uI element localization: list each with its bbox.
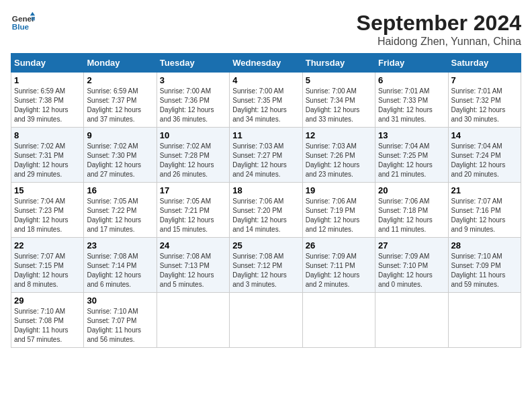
page-header: General Blue September 2024 Haidong Zhen… xyxy=(11,11,521,48)
day-info: Sunrise: 7:02 AMSunset: 7:30 PMDaylight:… xyxy=(87,142,153,179)
day-number: 2 xyxy=(87,75,153,85)
svg-text:Blue: Blue xyxy=(12,22,30,31)
day-number: 18 xyxy=(232,185,299,195)
calendar-cell: 12Sunrise: 7:03 AMSunset: 7:26 PMDayligh… xyxy=(302,128,375,183)
day-info: Sunrise: 7:06 AMSunset: 7:19 PMDaylight:… xyxy=(306,197,372,234)
weekday-header: Monday xyxy=(84,54,157,73)
calendar-cell: 14Sunrise: 7:04 AMSunset: 7:24 PMDayligh… xyxy=(448,128,521,183)
day-number: 23 xyxy=(87,240,153,250)
day-number: 15 xyxy=(14,185,81,195)
day-info: Sunrise: 7:04 AMSunset: 7:24 PMDaylight:… xyxy=(451,142,518,179)
day-info: Sunrise: 7:06 AMSunset: 7:18 PMDaylight:… xyxy=(378,197,445,234)
calendar-cell: 29Sunrise: 7:10 AMSunset: 7:08 PMDayligh… xyxy=(11,293,84,348)
day-info: Sunrise: 6:59 AMSunset: 7:38 PMDaylight:… xyxy=(14,87,81,124)
day-number: 6 xyxy=(378,75,445,85)
weekday-header-row: SundayMondayTuesdayWednesdayThursdayFrid… xyxy=(11,54,521,73)
calendar-cell: 5Sunrise: 7:00 AMSunset: 7:34 PMDaylight… xyxy=(302,73,375,128)
title-section: September 2024 Haidong Zhen, Yunnan, Chi… xyxy=(357,11,521,48)
calendar-cell: 13Sunrise: 7:04 AMSunset: 7:25 PMDayligh… xyxy=(375,128,448,183)
day-number: 21 xyxy=(451,185,518,195)
day-number: 17 xyxy=(160,185,226,195)
calendar-cell: 1Sunrise: 6:59 AMSunset: 7:38 PMDaylight… xyxy=(11,73,84,128)
calendar-cell: 17Sunrise: 7:05 AMSunset: 7:21 PMDayligh… xyxy=(157,183,229,238)
calendar-cell: 2Sunrise: 6:59 AMSunset: 7:37 PMDaylight… xyxy=(84,73,157,128)
calendar-cell xyxy=(230,293,302,348)
calendar-cell: 23Sunrise: 7:08 AMSunset: 7:14 PMDayligh… xyxy=(84,238,157,293)
day-number: 5 xyxy=(306,75,372,85)
logo: General Blue xyxy=(11,11,35,35)
day-number: 29 xyxy=(14,295,81,306)
day-info: Sunrise: 7:08 AMSunset: 7:14 PMDaylight:… xyxy=(87,252,153,289)
calendar-cell: 3Sunrise: 7:00 AMSunset: 7:36 PMDaylight… xyxy=(157,73,229,128)
day-info: Sunrise: 7:05 AMSunset: 7:22 PMDaylight:… xyxy=(87,197,153,234)
calendar-cell: 4Sunrise: 7:00 AMSunset: 7:35 PMDaylight… xyxy=(230,73,302,128)
day-info: Sunrise: 7:08 AMSunset: 7:13 PMDaylight:… xyxy=(160,252,226,289)
day-number: 8 xyxy=(14,130,81,140)
svg-marker-3 xyxy=(32,17,35,20)
calendar-cell xyxy=(375,293,448,348)
day-number: 19 xyxy=(306,185,372,195)
calendar-cell: 19Sunrise: 7:06 AMSunset: 7:19 PMDayligh… xyxy=(302,183,375,238)
calendar-cell: 10Sunrise: 7:02 AMSunset: 7:28 PMDayligh… xyxy=(157,128,229,183)
day-number: 13 xyxy=(378,130,445,140)
day-number: 24 xyxy=(160,240,226,250)
day-info: Sunrise: 7:10 AMSunset: 7:08 PMDaylight:… xyxy=(14,307,81,345)
location: Haidong Zhen, Yunnan, China xyxy=(357,36,521,48)
day-number: 16 xyxy=(87,185,153,195)
day-info: Sunrise: 7:01 AMSunset: 7:32 PMDaylight:… xyxy=(451,87,518,124)
month-title: September 2024 xyxy=(357,11,521,36)
day-info: Sunrise: 7:02 AMSunset: 7:31 PMDaylight:… xyxy=(14,142,81,179)
day-info: Sunrise: 7:08 AMSunset: 7:12 PMDaylight:… xyxy=(232,252,299,289)
weekday-header: Wednesday xyxy=(230,54,302,73)
calendar-table: SundayMondayTuesdayWednesdayThursdayFrid… xyxy=(11,53,521,348)
calendar-cell: 28Sunrise: 7:10 AMSunset: 7:09 PMDayligh… xyxy=(448,238,521,293)
day-number: 4 xyxy=(232,75,299,85)
day-number: 12 xyxy=(306,130,372,140)
day-info: Sunrise: 7:02 AMSunset: 7:28 PMDaylight:… xyxy=(160,142,226,179)
day-info: Sunrise: 7:00 AMSunset: 7:36 PMDaylight:… xyxy=(160,87,226,124)
day-number: 11 xyxy=(232,130,299,140)
calendar-cell: 18Sunrise: 7:06 AMSunset: 7:20 PMDayligh… xyxy=(230,183,302,238)
day-number: 1 xyxy=(14,75,81,85)
day-info: Sunrise: 7:00 AMSunset: 7:34 PMDaylight:… xyxy=(306,87,372,124)
day-info: Sunrise: 7:04 AMSunset: 7:25 PMDaylight:… xyxy=(378,142,445,179)
day-info: Sunrise: 7:03 AMSunset: 7:26 PMDaylight:… xyxy=(306,142,372,179)
day-number: 26 xyxy=(306,240,372,250)
day-number: 30 xyxy=(87,295,153,306)
calendar-cell: 8Sunrise: 7:02 AMSunset: 7:31 PMDaylight… xyxy=(11,128,84,183)
day-number: 14 xyxy=(451,130,518,140)
day-info: Sunrise: 7:09 AMSunset: 7:11 PMDaylight:… xyxy=(306,252,372,289)
day-number: 7 xyxy=(451,75,518,85)
weekday-header: Sunday xyxy=(11,54,84,73)
day-number: 25 xyxy=(232,240,299,250)
day-info: Sunrise: 7:06 AMSunset: 7:20 PMDaylight:… xyxy=(232,197,299,234)
day-number: 22 xyxy=(14,240,81,250)
calendar-cell xyxy=(157,293,229,348)
day-info: Sunrise: 7:04 AMSunset: 7:23 PMDaylight:… xyxy=(14,197,81,234)
calendar-cell: 25Sunrise: 7:08 AMSunset: 7:12 PMDayligh… xyxy=(230,238,302,293)
day-number: 28 xyxy=(451,240,518,250)
day-info: Sunrise: 7:00 AMSunset: 7:35 PMDaylight:… xyxy=(232,87,299,124)
calendar-cell: 11Sunrise: 7:03 AMSunset: 7:27 PMDayligh… xyxy=(230,128,302,183)
day-info: Sunrise: 7:03 AMSunset: 7:27 PMDaylight:… xyxy=(232,142,299,179)
weekday-header: Tuesday xyxy=(157,54,229,73)
calendar-cell xyxy=(448,293,521,348)
calendar-cell: 16Sunrise: 7:05 AMSunset: 7:22 PMDayligh… xyxy=(84,183,157,238)
day-info: Sunrise: 7:05 AMSunset: 7:21 PMDaylight:… xyxy=(160,197,226,234)
day-number: 3 xyxy=(160,75,226,85)
logo-icon: General Blue xyxy=(11,11,35,35)
weekday-header: Thursday xyxy=(302,54,375,73)
weekday-header: Saturday xyxy=(448,54,521,73)
calendar-cell: 7Sunrise: 7:01 AMSunset: 7:32 PMDaylight… xyxy=(448,73,521,128)
day-info: Sunrise: 7:10 AMSunset: 7:07 PMDaylight:… xyxy=(87,307,153,345)
calendar-cell xyxy=(302,293,375,348)
day-info: Sunrise: 7:07 AMSunset: 7:16 PMDaylight:… xyxy=(451,197,518,234)
calendar-cell: 27Sunrise: 7:09 AMSunset: 7:10 PMDayligh… xyxy=(375,238,448,293)
day-info: Sunrise: 7:01 AMSunset: 7:33 PMDaylight:… xyxy=(378,87,445,124)
calendar-cell: 15Sunrise: 7:04 AMSunset: 7:23 PMDayligh… xyxy=(11,183,84,238)
day-info: Sunrise: 7:07 AMSunset: 7:15 PMDaylight:… xyxy=(14,252,81,289)
day-number: 27 xyxy=(378,240,445,250)
day-number: 20 xyxy=(378,185,445,195)
calendar-cell: 6Sunrise: 7:01 AMSunset: 7:33 PMDaylight… xyxy=(375,73,448,128)
calendar-cell: 9Sunrise: 7:02 AMSunset: 7:30 PMDaylight… xyxy=(84,128,157,183)
